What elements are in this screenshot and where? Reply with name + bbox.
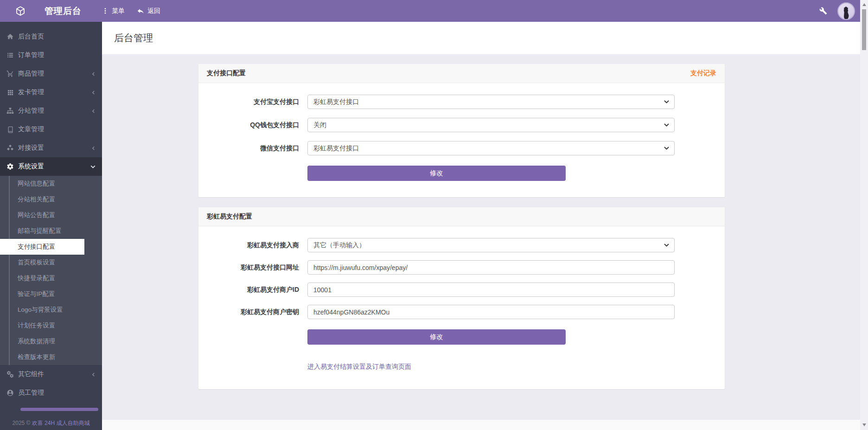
panel-title: 支付接口配置	[207, 69, 246, 77]
vertical-scrollbar[interactable]	[860, 0, 868, 430]
wechat-interface-select[interactable]: 彩虹易支付接口	[307, 141, 675, 155]
panel-payment-interface: 支付接口配置 支付记录 支付宝支付接口 彩虹易支付接口 QQ钱包支付接口	[198, 64, 725, 197]
footer-shop-link[interactable]: 欢喜 24H 成人自助商城	[32, 420, 90, 426]
payment-records-link[interactable]: 支付记录	[690, 69, 716, 77]
wechat-interface-label: 微信支付接口	[210, 144, 307, 153]
button-row: 修改	[307, 166, 725, 181]
submenu-item-site-notice[interactable]: 网站公告配置	[0, 207, 102, 223]
sidebar-item-other-components[interactable]: 其它组件	[0, 365, 102, 384]
submenu-item-quick-login[interactable]: 快捷登录配置	[0, 270, 102, 286]
sidebar-item-articles[interactable]: 文章管理	[0, 120, 102, 139]
alipay-interface-select[interactable]: 彩虹易支付接口	[307, 95, 675, 109]
user-icon	[6, 389, 14, 397]
sidebar: 后台首页 订单管理 商品管理 发卡管理 分站管理	[0, 22, 102, 430]
chevron-left-icon	[91, 71, 96, 77]
chevron-left-icon	[91, 372, 96, 377]
chevron-down-icon	[90, 164, 96, 169]
submenu-item-logo-background[interactable]: Logo与背景设置	[0, 302, 102, 318]
panel-payment-interface-body: 支付宝支付接口 彩虹易支付接口 QQ钱包支付接口 关闭	[198, 83, 725, 197]
chevron-down-icon	[664, 122, 670, 128]
modify-button[interactable]: 修改	[307, 166, 566, 181]
sidebar-item-substations[interactable]: 分站管理	[0, 102, 102, 120]
chevron-down-icon	[664, 242, 670, 248]
chevron-left-icon	[91, 90, 96, 95]
sidebar-item-home[interactable]: 后台首页	[0, 27, 102, 46]
link-row: 进入易支付结算设置及订单查询页面	[307, 362, 725, 373]
home-icon	[6, 33, 14, 40]
submenu-item-substation-config[interactable]: 分站相关配置	[0, 192, 102, 207]
panel-title: 彩虹易支付配置	[207, 212, 252, 221]
sidebar-item-orders[interactable]: 订单管理	[0, 46, 102, 64]
merchant-id-input[interactable]	[307, 282, 675, 297]
rainbow-provider-select[interactable]: 其它（手动输入）	[307, 238, 675, 252]
submenu-item-email-reminder[interactable]: 邮箱与提醒配置	[0, 223, 102, 239]
chevron-down-icon	[664, 145, 670, 151]
sitemap-icon	[6, 107, 14, 115]
qq-wallet-interface-select[interactable]: 关闭	[307, 118, 675, 132]
qq-wallet-interface-label: QQ钱包支付接口	[210, 121, 307, 129]
app-title: 管理后台	[45, 5, 82, 17]
merchant-key-input[interactable]	[307, 305, 675, 319]
merchant-id-label: 彩虹易支付商户ID	[210, 286, 307, 294]
reply-arrow-icon	[137, 7, 144, 14]
form-row: QQ钱包支付接口 关闭	[210, 118, 725, 132]
list-icon	[6, 51, 14, 59]
cubes-icon	[6, 144, 14, 152]
epay-settlement-link[interactable]: 进入易支付结算设置及订单查询页面	[307, 363, 411, 370]
ellipsis-vertical-icon	[102, 7, 108, 14]
submenu-item-verify-ip[interactable]: 验证与IP配置	[0, 286, 102, 302]
cube-logo-icon	[15, 6, 26, 17]
horizontal-scrollbar-track[interactable]	[102, 420, 860, 430]
book-icon	[6, 126, 14, 133]
panel-rainbow-pay-config: 彩虹易支付配置 彩虹易支付接入商 其它（手动输入） 彩虹易支付接口网址	[198, 207, 725, 389]
system-settings-submenu: 网站信息配置 分站相关配置 网站公告配置 邮箱与提醒配置 支付接口配置 首页模板…	[0, 176, 102, 365]
form-row: 支付宝支付接口 彩虹易支付接口	[210, 95, 725, 109]
sidebar-item-cards[interactable]: 发卡管理	[0, 83, 102, 102]
sidebar-item-integration[interactable]: 对接设置	[0, 139, 102, 157]
submenu-item-site-info[interactable]: 网站信息配置	[0, 176, 102, 192]
back-button[interactable]: 返回	[137, 7, 160, 15]
form-row: 彩虹易支付接口网址	[210, 260, 725, 275]
sidebar-nav: 后台首页 订单管理 商品管理 发卡管理 分站管理	[0, 22, 102, 402]
gears-icon	[6, 371, 14, 378]
grid-icon	[6, 89, 14, 96]
scroll-down-arrow[interactable]	[860, 421, 868, 429]
user-avatar[interactable]	[837, 2, 855, 20]
form-row: 彩虹易支付接入商 其它（手动输入）	[210, 238, 725, 252]
submenu-item-version-check[interactable]: 检查版本更新	[0, 349, 102, 365]
form-row: 彩虹易支付商户ID	[210, 282, 725, 297]
submenu-item-data-cleanup[interactable]: 系统数据清理	[0, 334, 102, 349]
main-area: 后台管理 支付接口配置 支付记录 支付宝支付接口 彩虹易支付接口	[102, 22, 860, 430]
scrollbar-thumb[interactable]	[862, 9, 866, 50]
button-row: 修改	[307, 329, 725, 345]
gear-icon	[6, 163, 14, 170]
form-row: 微信支付接口 彩虹易支付接口	[210, 141, 725, 155]
chevron-left-icon	[91, 146, 96, 151]
top-header: 管理后台 菜单 返回	[0, 0, 868, 22]
content-area: 支付接口配置 支付记录 支付宝支付接口 彩虹易支付接口 QQ钱包支付接口	[102, 54, 860, 420]
avatar-figure	[840, 6, 852, 19]
sidebar-item-system-settings[interactable]: 系统设置	[0, 157, 102, 176]
modify-button[interactable]: 修改	[307, 329, 566, 345]
app-window: 管理后台 菜单 返回 后台首页 订单管理	[0, 0, 868, 430]
submenu-item-homepage-template[interactable]: 首页模板设置	[0, 255, 102, 270]
submenu-item-cron-tasks[interactable]: 计划任务设置	[0, 318, 102, 334]
scroll-up-arrow[interactable]	[860, 1, 868, 8]
wrench-icon[interactable]	[819, 7, 827, 15]
submenu-item-payment-interface[interactable]: 支付接口配置	[0, 239, 84, 255]
panel-rainbow-pay-header: 彩虹易支付配置	[198, 207, 725, 226]
page-title: 后台管理	[114, 32, 153, 45]
sidebar-divider-bar	[20, 408, 98, 411]
sidebar-item-staff[interactable]: 员工管理	[0, 384, 102, 402]
gateway-url-input[interactable]	[307, 260, 675, 275]
page-titlebar: 后台管理	[102, 22, 860, 54]
alipay-interface-label: 支付宝支付接口	[210, 98, 307, 106]
rainbow-provider-label: 彩虹易支付接入商	[210, 241, 307, 250]
footer-copyright: 2025 ©	[13, 420, 32, 426]
sidebar-item-products[interactable]: 商品管理	[0, 64, 102, 83]
chevron-down-icon	[664, 99, 670, 105]
header-right	[819, 0, 855, 22]
menu-button[interactable]: 菜单	[102, 7, 125, 15]
gateway-url-label: 彩虹易支付接口网址	[210, 263, 307, 272]
panel-payment-interface-header: 支付接口配置 支付记录	[198, 64, 725, 83]
